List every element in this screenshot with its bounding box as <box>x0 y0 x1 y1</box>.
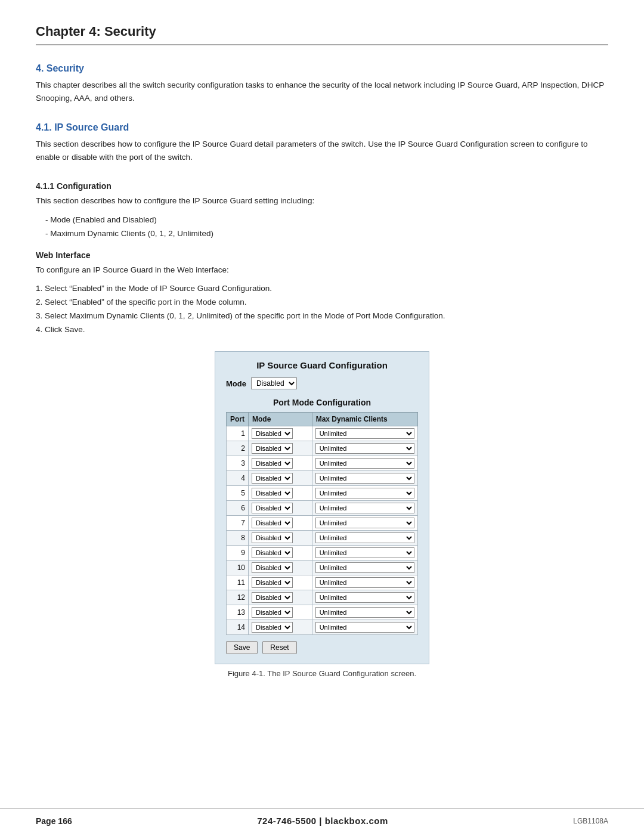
port-mode-cell[interactable]: DisabledEnabled <box>249 471 312 486</box>
port-mode-cell[interactable]: DisabledEnabled <box>249 531 312 546</box>
table-row: 1DisabledEnabledUnlimited012 <box>227 426 418 441</box>
port-mode-select[interactable]: DisabledEnabled <box>252 458 293 469</box>
port-number: 10 <box>227 561 249 575</box>
table-row: 5DisabledEnabledUnlimited012 <box>227 486 418 501</box>
port-mode-cell[interactable]: DisabledEnabled <box>249 575 312 590</box>
port-max-clients-cell[interactable]: Unlimited012 <box>312 486 417 501</box>
page-footer: Page 166 724-746-5500 | blackbox.com LGB… <box>0 808 644 833</box>
port-mode-select[interactable]: DisabledEnabled <box>252 562 293 573</box>
port-number: 7 <box>227 516 249 531</box>
btn-row: Save Reset <box>226 641 418 654</box>
web-interface-label: Web Interface <box>36 250 608 260</box>
figure-area: IP Source Guard Configuration Mode Disab… <box>36 351 608 678</box>
port-mode-cell[interactable]: DisabledEnabled <box>249 546 312 561</box>
table-row: 13DisabledEnabledUnlimited012 <box>227 605 418 620</box>
save-button[interactable]: Save <box>226 641 258 654</box>
port-max-clients-cell[interactable]: Unlimited012 <box>312 471 417 486</box>
section-41-body: This section describes how to configure … <box>36 138 608 163</box>
section-41-title: 4.1. IP Source Guard <box>36 122 608 133</box>
port-mode-select[interactable]: DisabledEnabled <box>252 518 293 528</box>
port-max-clients-select[interactable]: Unlimited012 <box>315 503 414 513</box>
port-number: 14 <box>227 620 249 635</box>
port-max-clients-cell[interactable]: Unlimited012 <box>312 426 417 441</box>
section-4-body: This chapter describes all the switch se… <box>36 79 608 104</box>
col-port: Port <box>227 413 249 426</box>
port-max-clients-select[interactable]: Unlimited012 <box>315 473 414 484</box>
table-row: 3DisabledEnabledUnlimited012 <box>227 456 418 471</box>
port-max-clients-cell[interactable]: Unlimited012 <box>312 516 417 531</box>
port-mode-select[interactable]: DisabledEnabled <box>252 532 293 543</box>
port-mode-cell[interactable]: DisabledEnabled <box>249 620 312 635</box>
port-number: 3 <box>227 456 249 471</box>
port-mode-select[interactable]: DisabledEnabled <box>252 592 293 603</box>
table-row: 4DisabledEnabledUnlimited012 <box>227 471 418 486</box>
port-max-clients-select[interactable]: Unlimited012 <box>315 577 414 588</box>
port-number: 2 <box>227 441 249 456</box>
port-mode-cell[interactable]: DisabledEnabled <box>249 561 312 575</box>
port-mode-select[interactable]: DisabledEnabled <box>252 443 293 454</box>
port-mode-select[interactable]: DisabledEnabled <box>252 428 293 439</box>
chapter-header: Chapter 4: Security <box>36 24 608 45</box>
port-mode-select[interactable]: DisabledEnabled <box>252 503 293 513</box>
step-1: 1. Select “Enabled” in the Mode of IP So… <box>36 282 608 296</box>
figure-caption: Figure 4-1. The IP Source Guard Configur… <box>228 669 416 678</box>
port-mode-select[interactable]: DisabledEnabled <box>252 607 293 618</box>
port-max-clients-cell[interactable]: Unlimited012 <box>312 620 417 635</box>
port-max-clients-cell[interactable]: Unlimited012 <box>312 531 417 546</box>
port-max-clients-select[interactable]: Unlimited012 <box>315 518 414 528</box>
port-mode-cell[interactable]: DisabledEnabled <box>249 501 312 516</box>
table-row: 2DisabledEnabledUnlimited012 <box>227 441 418 456</box>
bullet-item-2: - Maximum Dynamic Clients (0, 1, 2, Unli… <box>45 227 608 241</box>
port-max-clients-select[interactable]: Unlimited012 <box>315 562 414 573</box>
config-box: IP Source Guard Configuration Mode Disab… <box>215 351 429 664</box>
port-mode-title: Port Mode Configuration <box>226 398 418 407</box>
footer-right: LGB1108A <box>573 817 608 825</box>
port-max-clients-cell[interactable]: Unlimited012 <box>312 561 417 575</box>
subsection-411-body: This section describes how to configure … <box>36 194 608 208</box>
port-max-clients-select[interactable]: Unlimited012 <box>315 443 414 454</box>
port-max-clients-cell[interactable]: Unlimited012 <box>312 605 417 620</box>
port-mode-select[interactable]: DisabledEnabled <box>252 577 293 588</box>
port-max-clients-cell[interactable]: Unlimited012 <box>312 546 417 561</box>
web-intro: To configure an IP Source Guard in the W… <box>36 264 608 277</box>
port-number: 8 <box>227 531 249 546</box>
port-max-clients-cell[interactable]: Unlimited012 <box>312 501 417 516</box>
port-mode-select[interactable]: DisabledEnabled <box>252 622 293 633</box>
section-4: 4. Security This chapter describes all t… <box>36 63 608 104</box>
port-max-clients-select[interactable]: Unlimited012 <box>315 428 414 439</box>
port-mode-cell[interactable]: DisabledEnabled <box>249 605 312 620</box>
port-mode-cell[interactable]: DisabledEnabled <box>249 590 312 605</box>
section-41: 4.1. IP Source Guard This section descri… <box>36 122 608 163</box>
mode-label: Mode <box>226 379 246 388</box>
mode-row: Mode Disabled Enabled <box>226 377 418 389</box>
port-mode-cell[interactable]: DisabledEnabled <box>249 426 312 441</box>
port-mode-select[interactable]: DisabledEnabled <box>252 473 293 484</box>
port-max-clients-select[interactable]: Unlimited012 <box>315 547 414 558</box>
port-max-clients-select[interactable]: Unlimited012 <box>315 592 414 603</box>
port-max-clients-select[interactable]: Unlimited012 <box>315 622 414 633</box>
port-max-clients-select[interactable]: Unlimited012 <box>315 458 414 469</box>
port-number: 6 <box>227 501 249 516</box>
port-max-clients-select[interactable]: Unlimited012 <box>315 532 414 543</box>
port-mode-cell[interactable]: DisabledEnabled <box>249 441 312 456</box>
table-row: 14DisabledEnabledUnlimited012 <box>227 620 418 635</box>
port-max-clients-cell[interactable]: Unlimited012 <box>312 456 417 471</box>
port-max-clients-cell[interactable]: Unlimited012 <box>312 441 417 456</box>
table-row: 7DisabledEnabledUnlimited012 <box>227 516 418 531</box>
port-max-clients-cell[interactable]: Unlimited012 <box>312 575 417 590</box>
port-number: 4 <box>227 471 249 486</box>
footer-page: Page 166 <box>36 816 72 826</box>
port-mode-cell[interactable]: DisabledEnabled <box>249 456 312 471</box>
port-max-clients-cell[interactable]: Unlimited012 <box>312 590 417 605</box>
port-number: 11 <box>227 575 249 590</box>
port-mode-cell[interactable]: DisabledEnabled <box>249 516 312 531</box>
reset-button[interactable]: Reset <box>262 641 296 654</box>
port-mode-cell[interactable]: DisabledEnabled <box>249 486 312 501</box>
step-3: 3. Select Maximum Dynamic Clients (0, 1,… <box>36 309 608 323</box>
col-max-clients: Max Dynamic Clients <box>312 413 417 426</box>
port-max-clients-select[interactable]: Unlimited012 <box>315 607 414 618</box>
port-mode-select[interactable]: DisabledEnabled <box>252 488 293 498</box>
port-max-clients-select[interactable]: Unlimited012 <box>315 488 414 498</box>
port-mode-select[interactable]: DisabledEnabled <box>252 547 293 558</box>
mode-select[interactable]: Disabled Enabled <box>251 377 297 389</box>
